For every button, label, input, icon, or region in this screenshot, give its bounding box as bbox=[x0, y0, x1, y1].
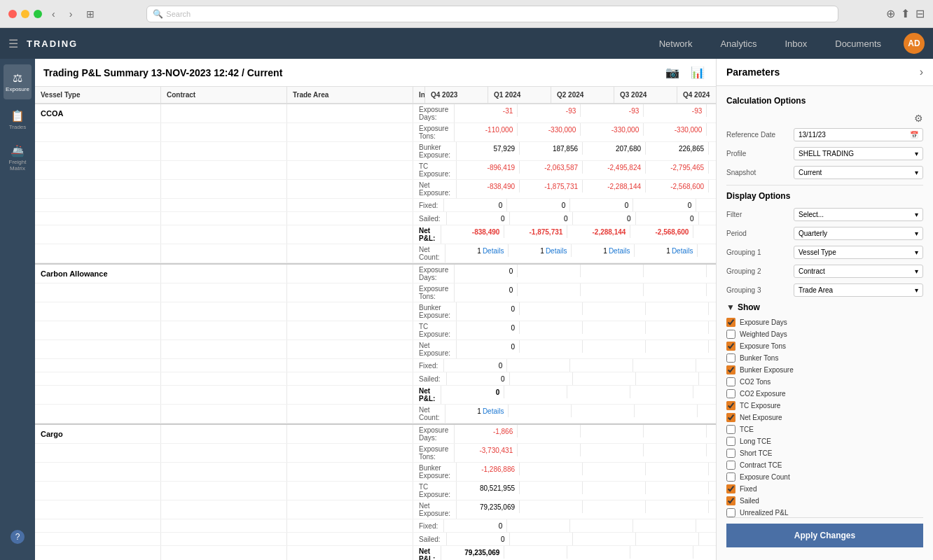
minimize-button[interactable] bbox=[21, 10, 29, 18]
show-item-long_tce: Long TCE bbox=[726, 437, 923, 446]
checkbox-fixed[interactable] bbox=[726, 484, 735, 493]
show-label: Show bbox=[738, 302, 760, 312]
value-cell-q1_2024: -2,063,587 bbox=[520, 161, 583, 174]
value-cell-q4_2024 bbox=[699, 212, 716, 225]
value-cell-q2_2024 bbox=[583, 302, 646, 315]
metric-label-cell: Fixed: bbox=[413, 359, 444, 372]
value-cell-q3_2024: 0 bbox=[636, 212, 699, 225]
value-cell-q4_2023: 79,235,069 bbox=[457, 500, 520, 513]
value-cell-q1_2024 bbox=[518, 265, 581, 277]
collapse-panel-button[interactable]: › bbox=[920, 66, 923, 78]
parameters-body: Calculation Options ⚙ Reference Date 13/… bbox=[717, 86, 933, 560]
checkbox-unrealized_pnl[interactable] bbox=[726, 508, 735, 517]
contract-cell bbox=[161, 386, 287, 404]
table-row: Net Count:1 Details bbox=[35, 405, 716, 424]
user-avatar[interactable]: AD bbox=[904, 33, 925, 54]
details-link[interactable]: Details bbox=[546, 247, 567, 255]
menu-icon[interactable]: ☰ bbox=[8, 37, 18, 50]
value-cell-q4_2023: -31 bbox=[455, 104, 518, 117]
checkbox-short_tce[interactable] bbox=[726, 449, 735, 458]
checkbox-net_exposure[interactable] bbox=[726, 413, 735, 422]
contract-cell bbox=[161, 500, 287, 519]
grouping2-select[interactable]: Contract ▾ bbox=[794, 265, 923, 278]
metric-label-cell: Net Exposure: bbox=[413, 180, 457, 198]
vessel-type-cell bbox=[35, 386, 161, 404]
table-row: Exposure Tons:-110,000-330,000-330,000-3… bbox=[35, 123, 716, 142]
forward-button[interactable]: › bbox=[65, 7, 77, 21]
checkbox-contract_tce[interactable] bbox=[726, 461, 735, 470]
ref-date-input[interactable]: 13/11/23 📅 bbox=[794, 128, 923, 141]
filter-select[interactable]: Select... ▾ bbox=[794, 208, 923, 221]
trade-area-cell bbox=[287, 142, 413, 160]
checkbox-co2_tons[interactable] bbox=[726, 377, 735, 386]
checkbox-tce[interactable] bbox=[726, 425, 735, 434]
grouping3-select[interactable]: Trade Area ▾ bbox=[794, 284, 923, 297]
back-button[interactable]: ‹ bbox=[48, 7, 60, 21]
checkbox-exposure_count[interactable] bbox=[726, 472, 735, 482]
trade-area-cell bbox=[287, 482, 413, 500]
window-share-button[interactable]: ⬆ bbox=[901, 7, 910, 20]
vessel-type-cell bbox=[35, 302, 161, 321]
window-split-button[interactable]: ⊟ bbox=[915, 7, 925, 20]
vessel-type-cell bbox=[35, 444, 161, 462]
sidebar-toggle-button[interactable]: ⊞ bbox=[82, 7, 99, 21]
col-q4-2023: Q4 2023 bbox=[425, 87, 488, 103]
sidebar-item-freight[interactable]: 🚢 Freight Matrix bbox=[4, 140, 32, 175]
table-row: Net P&L:79,235,069 bbox=[35, 546, 716, 560]
trade-area-cell bbox=[287, 225, 413, 244]
sidebar-item-help[interactable]: ? bbox=[4, 519, 32, 554]
value-cell-q2_2024 bbox=[573, 372, 636, 385]
table-scroll[interactable]: CCOAExposure Days:-31-93-93-93Exposure T… bbox=[35, 104, 716, 560]
window-add-button[interactable]: ⊕ bbox=[886, 7, 895, 20]
vessel-type-cell bbox=[35, 500, 161, 519]
sidebar-item-exposure[interactable]: ⚖ Exposure bbox=[4, 64, 32, 99]
checkbox-bunker_exposure[interactable] bbox=[726, 365, 735, 374]
checkbox-weighted_days[interactable] bbox=[726, 330, 735, 339]
value-cell-q2_2024 bbox=[583, 321, 646, 334]
maximize-button[interactable] bbox=[34, 10, 42, 18]
vessel-type-cell bbox=[35, 359, 161, 372]
value-cell-q3_2024 bbox=[633, 359, 696, 372]
show-item-short_tce: Short TCE bbox=[726, 449, 923, 458]
value-cell-q3_2024: -2,568,600 bbox=[630, 225, 693, 238]
period-select[interactable]: Quarterly ▾ bbox=[794, 227, 923, 240]
contract-cell bbox=[161, 244, 287, 262]
nav-inbox[interactable]: Inbox bbox=[770, 28, 821, 59]
chart-button[interactable]: 📊 bbox=[688, 64, 707, 80]
grouping1-select[interactable]: Vessel Type ▾ bbox=[794, 246, 923, 259]
contract-cell bbox=[161, 212, 287, 225]
vessel-type-cell: CCOA bbox=[35, 104, 161, 122]
checkbox-long_tce[interactable] bbox=[726, 437, 735, 446]
nav-documents[interactable]: Documents bbox=[821, 28, 895, 59]
search-bar[interactable]: 🔍 Search bbox=[146, 6, 838, 22]
table-row: TC Exposure:80,521,955 bbox=[35, 482, 716, 500]
nav-analytics[interactable]: Analytics bbox=[706, 28, 770, 59]
show-item-label-exposure_count: Exposure Count bbox=[740, 473, 790, 481]
details-link[interactable]: Details bbox=[483, 247, 504, 255]
checkbox-bunker_tons[interactable] bbox=[726, 354, 735, 363]
details-link[interactable]: Details bbox=[609, 247, 630, 255]
snapshot-select[interactable]: Current ▾ bbox=[794, 166, 923, 179]
nav-network[interactable]: Network bbox=[645, 28, 707, 59]
close-button[interactable] bbox=[8, 10, 17, 18]
checkbox-exposure_tons[interactable] bbox=[726, 342, 735, 351]
show-section-toggle[interactable]: ▼ Show bbox=[726, 302, 923, 312]
profile-select[interactable]: SHELL TRADING ▾ bbox=[794, 147, 923, 160]
details-link[interactable]: Details bbox=[672, 247, 693, 255]
checkbox-exposure_days[interactable] bbox=[726, 318, 735, 327]
value-cell-q2_2024 bbox=[583, 340, 646, 353]
vessel-type-cell bbox=[35, 519, 161, 532]
camera-button[interactable]: 📷 bbox=[663, 64, 682, 80]
details-link[interactable]: Details bbox=[483, 407, 504, 415]
value-cell-q1_2024 bbox=[510, 533, 573, 545]
checkbox-sailed[interactable] bbox=[726, 496, 735, 505]
vessel-type-cell bbox=[35, 321, 161, 340]
apply-changes-button[interactable]: Apply Changes bbox=[726, 524, 923, 547]
contract-cell bbox=[161, 372, 287, 385]
value-cell-q4_2023: -838,490 bbox=[457, 180, 520, 192]
settings-gear-icon[interactable]: ⚙ bbox=[914, 113, 923, 124]
checkbox-tc_exposure[interactable] bbox=[726, 401, 735, 410]
sidebar-item-trades[interactable]: 📋 Trades bbox=[4, 102, 32, 137]
ref-date-value: 13/11/23 bbox=[799, 131, 826, 139]
checkbox-co2_exposure[interactable] bbox=[726, 389, 735, 398]
